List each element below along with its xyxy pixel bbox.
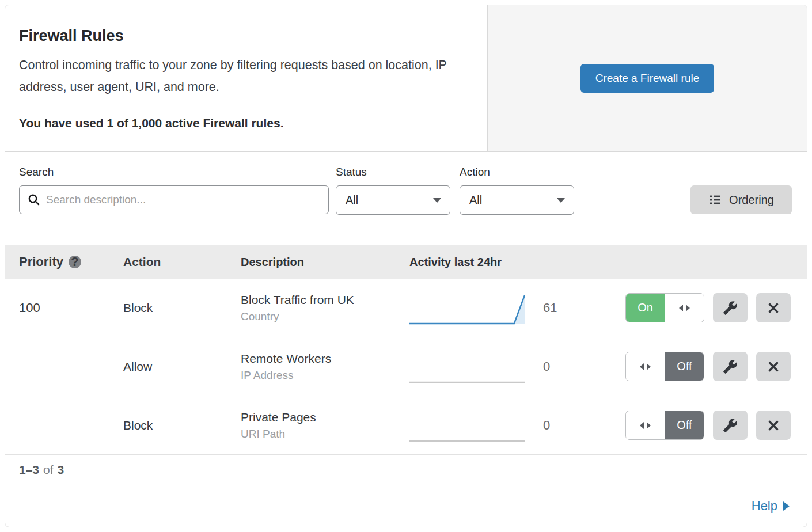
activity-count: 0 [543,359,550,374]
pagination-total: 3 [58,463,64,477]
page-title: Firewall Rules [19,27,464,45]
usage-summary: You have used 1 of 1,000 active Firewall… [19,116,464,130]
delete-rule-button[interactable] [756,293,791,322]
wrench-icon [723,301,738,316]
close-icon [767,360,780,374]
action-cell: Allow [123,337,241,396]
priority-cell [19,337,123,396]
action-value: Allow [123,360,152,374]
ordering-button-label: Ordering [729,193,774,207]
help-bar: Help [5,485,807,527]
priority-column-label: Priority [19,254,63,269]
action-cell: Block [123,396,241,454]
action-column-label: Action [123,255,161,269]
help-arrow-icon [783,501,790,511]
firewall-rules-card: Firewall Rules Control incoming traffic … [5,5,807,527]
action-selected-value: All [469,193,482,207]
enable-toggle[interactable]: Off [625,352,704,381]
wrench-icon [723,418,738,433]
rule-match-type: IP Address [241,369,294,382]
status-select[interactable]: All [336,185,450,215]
edit-rule-button[interactable] [713,352,748,381]
activity-cell: 61 [409,279,616,337]
status-label: Status [336,166,367,178]
controls-cell: Off [616,396,807,454]
help-link[interactable]: Help [752,499,790,514]
controls-cell: On [616,279,807,337]
description-cell: Remote Workers IP Address [241,337,409,396]
header-text-panel: Firewall Rules Control incoming traffic … [5,5,488,151]
priority-value: 100 [19,301,40,316]
description-column-label: Description [241,256,304,269]
enable-toggle[interactable]: Off [625,411,704,440]
status-selected-value: All [346,193,358,207]
search-input[interactable] [46,193,320,206]
rule-description: Block Traffic from UK [241,293,354,307]
close-icon [767,419,780,432]
priority-cell [19,396,123,454]
column-activity: Activity last 24hr [409,256,616,269]
search-icon [28,193,40,206]
description-cell: Private Pages URI Path [241,396,409,454]
activity-count: 61 [543,301,557,316]
table-body: 100 Block Block Traffic from UK Country … [5,279,807,455]
rule-match-type: Country [241,310,279,323]
page-description: Control incoming traffic to your zone by… [19,54,464,98]
filter-bar: Search Status All Action All Ordering [5,152,807,245]
controls-cell: Off [616,337,807,396]
edit-rule-button[interactable] [713,411,748,440]
enable-toggle[interactable]: On [625,293,704,322]
search-box [19,185,329,214]
column-description: Description [241,256,409,269]
toggle-state-label: Off [665,411,704,439]
page-header: Firewall Rules Control incoming traffic … [5,5,807,152]
toggle-knob-icon [626,352,665,381]
toggle-state-label: On [626,294,665,322]
action-label: Action [460,166,490,178]
action-cell: Block [123,279,241,337]
toggle-knob-icon [626,411,665,439]
rule-description: Remote Workers [241,352,331,366]
close-icon [767,301,780,315]
action-value: Block [123,419,153,432]
create-firewall-rule-button[interactable]: Create a Firewall rule [580,64,715,93]
pagination-bar: 1–3 of 3 [5,455,807,485]
pagination-range: 1–3 [19,463,39,477]
table-row: Block Private Pages URI Path 0 Off [5,396,807,455]
priority-help-icon[interactable]: ? [69,256,81,268]
delete-rule-button[interactable] [756,352,791,381]
pagination-of: of [43,463,54,477]
delete-rule-button[interactable] [756,411,791,440]
edit-rule-button[interactable] [713,293,748,322]
wrench-icon [723,359,738,374]
activity-cell: 0 [409,337,616,396]
priority-cell: 100 [19,279,123,337]
column-priority: Priority ? [19,254,123,269]
activity-sparkline [409,349,525,384]
table-row: 100 Block Block Traffic from UK Country … [5,279,807,337]
table-header: Priority ? Action Description Activity l… [5,245,807,279]
description-cell: Block Traffic from UK Country [241,279,409,337]
toggle-knob-icon [665,294,704,322]
activity-column-label: Activity last 24hr [409,256,502,269]
action-select[interactable]: All [460,185,574,215]
help-link-label: Help [752,499,777,514]
search-label: Search [19,166,54,178]
chevron-down-icon [433,198,441,203]
toggle-state-label: Off [665,352,704,381]
ordering-list-icon [708,193,722,207]
chevron-down-icon [557,198,565,203]
header-action-panel: Create a Firewall rule [488,5,807,151]
rule-match-type: URI Path [241,428,285,440]
table-row: Allow Remote Workers IP Address 0 Off [5,337,807,396]
rule-description: Private Pages [241,411,316,424]
activity-count: 0 [543,418,550,433]
activity-sparkline [409,408,525,443]
activity-sparkline [409,291,525,325]
ordering-button[interactable]: Ordering [690,185,792,214]
action-value: Block [123,301,153,315]
activity-cell: 0 [409,396,616,454]
column-action: Action [123,255,241,269]
